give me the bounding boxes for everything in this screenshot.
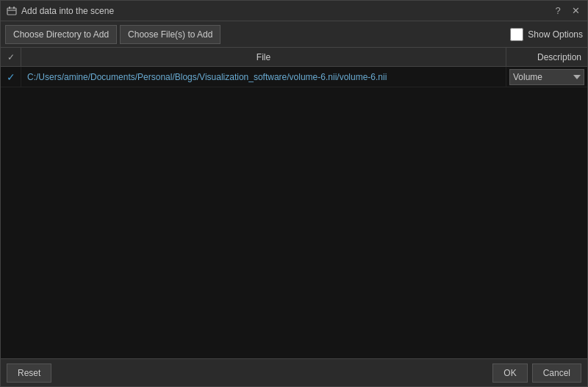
ok-button[interactable]: OK: [492, 364, 527, 383]
table-body: ✓ C:/Users/amine/Documents/Personal/Blog…: [1, 67, 587, 358]
close-button[interactable]: ✕: [570, 5, 581, 17]
title-bar: Add data into the scene ? ✕: [1, 1, 587, 21]
row-file-0: C:/Users/amine/Documents/Personal/Blogs/…: [21, 67, 506, 87]
svg-rect-2: [13, 7, 15, 9]
title-bar-controls: ? ✕: [552, 5, 581, 17]
svg-rect-1: [9, 7, 10, 9]
table-row[interactable]: ✓ C:/Users/amine/Documents/Personal/Blog…: [1, 67, 587, 87]
footer: Reset OK Cancel: [1, 358, 587, 386]
show-options-label: Show Options: [528, 29, 583, 40]
toolbar: Choose Directory to Add Choose File(s) t…: [1, 21, 587, 48]
table-area: ✓ File Description ✓ C:/Users/amine/Docu…: [1, 48, 587, 358]
reset-button[interactable]: Reset: [7, 364, 51, 383]
main-window: Add data into the scene ? ✕ Choose Direc…: [0, 0, 588, 387]
choose-directory-button[interactable]: Choose Directory to Add: [5, 25, 117, 44]
window-icon: [7, 6, 17, 16]
show-options-checkbox[interactable]: [510, 28, 523, 41]
cancel-button[interactable]: Cancel: [532, 364, 581, 383]
row-check-0: ✓: [1, 67, 21, 87]
col-header-check: ✓: [1, 48, 21, 66]
row-description-0: Volume Surface Label Map Sequence: [506, 67, 587, 87]
col-header-file: File: [21, 48, 506, 66]
table-header: ✓ File Description: [1, 48, 587, 67]
help-button[interactable]: ?: [552, 5, 564, 17]
col-header-description: Description: [506, 48, 587, 66]
toolbar-right: Show Options: [510, 28, 583, 41]
choose-files-button[interactable]: Choose File(s) to Add: [120, 25, 220, 44]
window-title: Add data into the scene: [21, 6, 114, 16]
toolbar-left: Choose Directory to Add Choose File(s) t…: [5, 25, 220, 44]
svg-rect-0: [7, 8, 16, 15]
title-bar-left: Add data into the scene: [7, 6, 114, 16]
footer-left: Reset: [7, 364, 51, 383]
description-select-0[interactable]: Volume Surface Label Map Sequence: [509, 69, 584, 85]
footer-right: OK Cancel: [492, 364, 581, 383]
